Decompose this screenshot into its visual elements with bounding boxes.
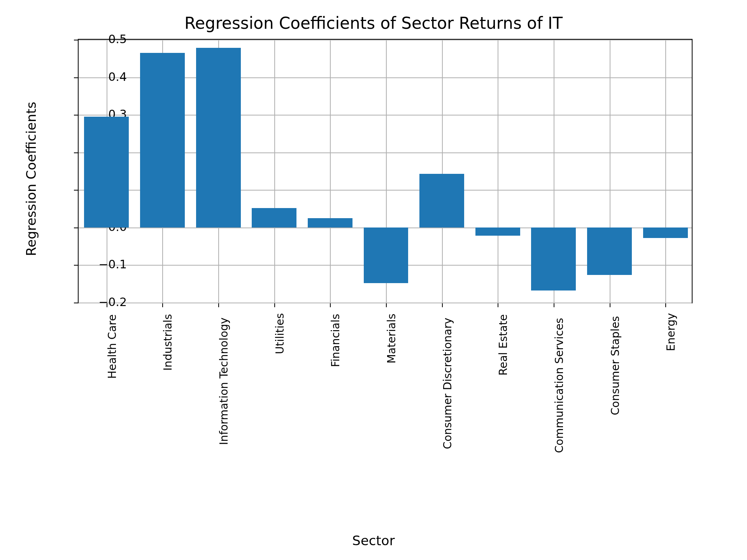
x-tick-label: Utilities: [274, 313, 286, 354]
bar: [308, 218, 352, 228]
x-tick-mark: [330, 303, 331, 307]
y-axis-label: Regression Coefficients: [23, 102, 39, 256]
x-tick-label: Real Estate: [497, 314, 510, 376]
x-tick-label: Energy: [665, 313, 677, 351]
y-tick-mark: [74, 303, 78, 303]
y-tick-label: −0.2: [80, 295, 127, 309]
y-tick-mark: [74, 77, 78, 78]
bar: [475, 228, 520, 236]
gridline-vertical: [442, 40, 443, 303]
bar: [140, 53, 185, 228]
gridline-horizontal: [79, 40, 692, 40]
x-tick-label: Financials: [329, 314, 342, 367]
bar: [587, 228, 632, 275]
gridline-vertical: [330, 40, 331, 303]
y-tick-label: 0.4: [80, 70, 127, 83]
gridline-horizontal: [79, 303, 692, 303]
x-tick-mark: [442, 303, 443, 307]
y-tick-mark: [74, 228, 78, 228]
bar: [196, 48, 241, 228]
x-tick-label: Health Care: [106, 314, 119, 379]
x-tick-mark: [386, 303, 387, 307]
gridline-vertical: [274, 40, 275, 303]
x-tick-label: Communication Services: [553, 318, 566, 453]
x-tick-mark: [498, 303, 498, 307]
chart-container: Regression Coefficients of Sector Return…: [0, 0, 747, 560]
x-tick-label: Consumer Discretionary: [441, 318, 454, 449]
y-tick-label: −0.1: [80, 257, 127, 271]
x-tick-mark: [162, 303, 163, 307]
chart-title: Regression Coefficients of Sector Return…: [0, 14, 747, 33]
y-tick-mark: [74, 265, 78, 266]
y-axis-label-container: Regression Coefficients: [23, 0, 39, 276]
x-tick-mark: [218, 303, 219, 307]
y-tick-label: 0.5: [80, 32, 127, 46]
gridline-vertical: [665, 40, 666, 303]
bar: [84, 117, 129, 228]
x-tick-mark: [274, 303, 275, 307]
y-tick-mark: [74, 152, 78, 153]
x-tick-label: Industrials: [161, 314, 174, 371]
x-axis-label: Sector: [0, 533, 747, 548]
bar: [364, 228, 409, 283]
bar: [531, 228, 576, 290]
y-tick-mark: [74, 40, 78, 40]
y-tick-mark: [74, 190, 78, 191]
x-tick-mark: [554, 303, 554, 307]
bar: [419, 174, 464, 228]
gridline-vertical: [498, 40, 498, 303]
x-tick-mark: [665, 303, 666, 307]
x-tick-label: Information Technology: [217, 317, 230, 445]
bar: [643, 228, 688, 238]
y-tick-mark: [74, 115, 78, 116]
x-tick-label: Consumer Staples: [609, 316, 622, 415]
x-tick-mark: [610, 303, 610, 307]
plot-area: [78, 39, 693, 303]
x-tick-label: Materials: [385, 313, 398, 363]
bar: [252, 208, 296, 228]
